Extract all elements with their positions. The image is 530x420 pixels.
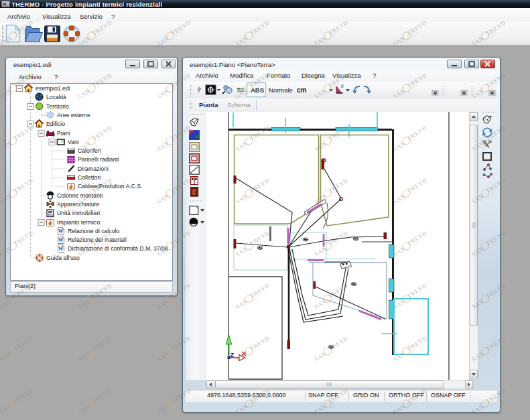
svg-text:W: W bbox=[58, 237, 64, 243]
svg-text:PSI: PSI bbox=[48, 214, 53, 217]
svg-text:cm: cm bbox=[297, 86, 307, 94]
svg-text:0: 0 bbox=[341, 84, 344, 88]
svg-text:W: W bbox=[58, 246, 64, 252]
svg-text:Normale: Normale bbox=[269, 86, 293, 94]
svg-text:ABS: ABS bbox=[251, 86, 264, 94]
svg-text:W: W bbox=[58, 228, 64, 234]
